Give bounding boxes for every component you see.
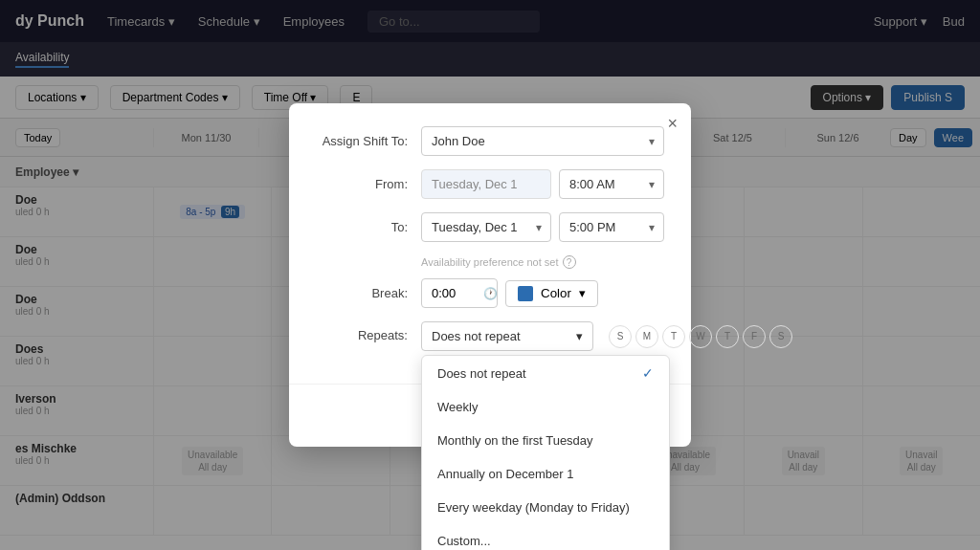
from-date-static: Tuesday, Dec 1 xyxy=(421,169,551,199)
repeats-inner: Does not repeat ▾ Does not repeat ✓ xyxy=(421,321,792,351)
close-button[interactable]: × xyxy=(667,115,678,132)
assign-shift-row: Assign Shift To: John Doe xyxy=(316,126,664,156)
modal-body: Assign Shift To: John Doe From: Tuesday,… xyxy=(289,103,691,376)
break-control: 🕐 Color ▾ xyxy=(421,278,664,308)
modal-overlay: × Assign Shift To: John Doe From: xyxy=(0,0,980,550)
repeats-dropdown: Does not repeat ✓ Weekly Monthly on the … xyxy=(421,355,670,550)
color-swatch xyxy=(518,286,533,301)
color-label: Color xyxy=(541,286,571,300)
from-row: From: Tuesday, Dec 1 8:00 AM xyxy=(316,169,664,199)
to-control: Tuesday, Dec 1 5:00 PM xyxy=(421,212,664,242)
day-pill-t2[interactable]: T xyxy=(716,325,739,348)
repeats-dropdown-button[interactable]: Does not repeat ▾ xyxy=(421,321,593,351)
day-pill-t1[interactable]: T xyxy=(662,325,685,348)
assign-select[interactable]: John Doe xyxy=(421,126,664,156)
chevron-down-icon: ▾ xyxy=(579,286,586,300)
from-time-wrapper: 8:00 AM xyxy=(559,169,664,199)
chevron-down-icon: ▾ xyxy=(576,329,583,343)
dropdown-item-does-not-repeat[interactable]: Does not repeat ✓ xyxy=(422,356,669,390)
break-input-wrapper: 🕐 xyxy=(421,278,498,308)
help-icon[interactable]: ? xyxy=(563,255,576,269)
to-row: To: Tuesday, Dec 1 5:00 PM xyxy=(316,212,664,242)
assign-label: Assign Shift To: xyxy=(316,134,421,148)
repeats-control: Does not repeat ▾ Does not repeat ✓ xyxy=(421,321,792,351)
day-pill-w[interactable]: W xyxy=(689,325,712,348)
repeats-value: Does not repeat xyxy=(432,329,521,343)
from-time-select[interactable]: 8:00 AM xyxy=(559,169,664,199)
dropdown-item-weekly[interactable]: Weekly xyxy=(422,390,669,424)
dropdown-item-annually[interactable]: Annually on December 1 xyxy=(422,457,669,491)
to-label: To: xyxy=(316,220,421,234)
day-pills: S M T W T F S xyxy=(609,325,792,348)
repeats-label: Repeats: xyxy=(316,321,421,342)
break-input[interactable] xyxy=(432,286,478,300)
to-time-select[interactable]: 5:00 PM xyxy=(559,212,664,242)
from-control: Tuesday, Dec 1 8:00 AM xyxy=(421,169,664,199)
from-date-field: Tuesday, Dec 1 xyxy=(421,169,551,199)
repeats-container: Does not repeat ▾ Does not repeat ✓ xyxy=(421,321,593,351)
check-icon: ✓ xyxy=(642,365,654,381)
day-pill-s2[interactable]: S xyxy=(769,325,792,348)
assign-select-wrapper: John Doe xyxy=(421,126,664,156)
dropdown-item-weekday[interactable]: Every weekday (Monday to Friday) xyxy=(422,491,669,524)
from-label: From: xyxy=(316,177,421,191)
repeats-row: Repeats: Does not repeat ▾ Does not repe xyxy=(316,321,664,351)
assign-control: John Doe xyxy=(421,126,664,156)
add-shift-modal: × Assign Shift To: John Doe From: xyxy=(289,103,691,447)
day-pill-s1[interactable]: S xyxy=(609,325,632,348)
clock-icon: 🕐 xyxy=(483,287,498,300)
to-time-wrapper: 5:00 PM xyxy=(559,212,664,242)
break-row: Break: 🕐 Color ▾ xyxy=(316,278,664,308)
availability-note: Availability preference not set ? xyxy=(421,255,664,269)
day-pill-m[interactable]: M xyxy=(635,325,658,348)
color-button[interactable]: Color ▾ xyxy=(505,280,598,307)
dropdown-item-custom[interactable]: Custom... xyxy=(422,524,669,550)
day-pill-f[interactable]: F xyxy=(743,325,766,348)
to-date-select[interactable]: Tuesday, Dec 1 xyxy=(421,212,551,242)
to-date-wrapper: Tuesday, Dec 1 xyxy=(421,212,551,242)
dropdown-item-monthly[interactable]: Monthly on the first Tuesday xyxy=(422,424,669,457)
break-label: Break: xyxy=(316,286,421,300)
